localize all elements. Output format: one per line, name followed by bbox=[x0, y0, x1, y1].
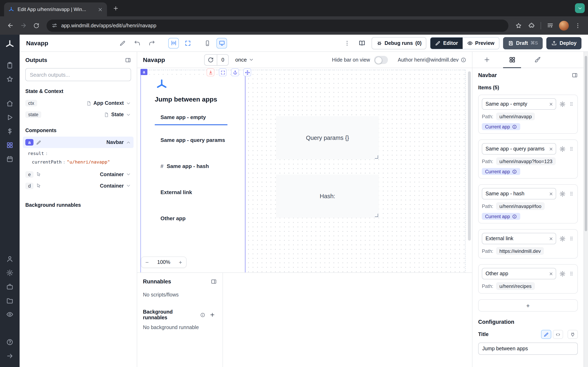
nav-item-query-params[interactable]: Same app - query params bbox=[155, 136, 240, 144]
draft-button[interactable]: Draft ⌘S bbox=[503, 37, 543, 49]
refresh-button[interactable] bbox=[205, 54, 217, 65]
add-item-button[interactable]: + bbox=[478, 299, 578, 312]
panel-icon[interactable] bbox=[572, 72, 578, 78]
mobile-view-button[interactable] bbox=[202, 37, 213, 49]
run-mode-dropdown[interactable]: once bbox=[235, 57, 254, 63]
more-options-button[interactable] bbox=[341, 37, 353, 49]
static-input-button[interactable] bbox=[541, 330, 551, 339]
item-settings-icon[interactable] bbox=[559, 191, 566, 197]
scrollbar-thumb[interactable] bbox=[585, 56, 587, 231]
app-canvas[interactable]: a Jump between apps bbox=[137, 68, 472, 272]
debug-runs-button[interactable]: Debug runs (0) bbox=[371, 37, 426, 49]
panel-icon[interactable] bbox=[211, 278, 217, 285]
chevron-down-icon[interactable] bbox=[126, 183, 131, 189]
remove-item-icon[interactable] bbox=[549, 192, 553, 196]
collapse-rail-icon[interactable] bbox=[6, 352, 13, 360]
info-icon[interactable] bbox=[200, 312, 206, 317]
path-value[interactable]: u/henri/navapp bbox=[496, 113, 535, 120]
media-queue-button[interactable] bbox=[544, 19, 556, 32]
address-bar[interactable]: app.windmill.dev/apps/edit/u/henri/navap… bbox=[47, 19, 508, 32]
info-icon[interactable] bbox=[512, 169, 517, 174]
tab-insert-component[interactable] bbox=[474, 52, 499, 68]
bookmark-button[interactable] bbox=[512, 19, 525, 32]
browser-menu-button[interactable] bbox=[572, 19, 584, 32]
item-label-input[interactable]: Other app bbox=[482, 268, 556, 279]
new-tab-button[interactable] bbox=[110, 3, 121, 13]
query-params-container[interactable]: Query params {} bbox=[276, 116, 379, 159]
back-button[interactable] bbox=[4, 19, 16, 32]
chevron-down-icon[interactable] bbox=[126, 100, 131, 106]
remove-item-icon[interactable] bbox=[549, 236, 553, 241]
reload-button[interactable] bbox=[30, 19, 43, 32]
chevron-up-icon[interactable] bbox=[126, 140, 131, 145]
resize-handle[interactable] bbox=[375, 214, 378, 217]
anchor-component-button[interactable] bbox=[231, 68, 239, 76]
redo-button[interactable] bbox=[146, 37, 158, 49]
info-icon[interactable] bbox=[461, 57, 466, 63]
apps-list-icon[interactable] bbox=[6, 62, 13, 69]
resize-handle[interactable] bbox=[375, 155, 378, 159]
item-label-input[interactable]: Same app - empty bbox=[482, 98, 556, 110]
zoom-out-button[interactable]: − bbox=[145, 259, 149, 266]
drag-handle-icon[interactable] bbox=[569, 146, 574, 152]
favorites-icon[interactable] bbox=[6, 75, 13, 83]
forward-button[interactable] bbox=[17, 19, 29, 32]
fullscreen-canvas-button[interactable] bbox=[182, 37, 194, 49]
variables-icon[interactable] bbox=[6, 128, 13, 135]
windmill-logo[interactable] bbox=[5, 40, 15, 49]
item-label-input[interactable]: Same app - query params bbox=[482, 143, 556, 155]
pencil-icon[interactable] bbox=[36, 140, 41, 145]
folders-icon[interactable] bbox=[6, 297, 13, 304]
path-value[interactable]: u/henri/recipes bbox=[496, 282, 535, 290]
page-scrollbar[interactable] bbox=[584, 52, 588, 367]
add-background-runnable-button[interactable] bbox=[208, 310, 217, 319]
item-settings-icon[interactable] bbox=[559, 271, 566, 277]
info-icon[interactable] bbox=[512, 214, 517, 219]
help-icon[interactable] bbox=[6, 338, 13, 346]
component-a-row[interactable]: a Navbar bbox=[23, 137, 134, 148]
drag-handle-icon[interactable] bbox=[569, 191, 574, 197]
search-outputs-input[interactable] bbox=[25, 68, 131, 81]
resources-icon[interactable] bbox=[6, 142, 13, 149]
tab-search-button[interactable] bbox=[575, 3, 585, 13]
nav-item-hash[interactable]: #Same app - hash bbox=[155, 162, 240, 170]
navbar-component[interactable]: Jump between apps Same app - empty Same … bbox=[140, 75, 245, 272]
hash-container[interactable]: Hash: bbox=[276, 175, 379, 218]
drag-handle-icon[interactable] bbox=[569, 101, 574, 107]
preview-tab[interactable]: Preview bbox=[462, 37, 499, 49]
item-settings-icon[interactable] bbox=[559, 146, 566, 152]
tab-close-icon[interactable] bbox=[98, 7, 103, 12]
remove-item-icon[interactable] bbox=[549, 147, 553, 151]
site-settings-icon[interactable] bbox=[52, 22, 58, 29]
zoom-in-button[interactable]: + bbox=[179, 259, 182, 266]
workers-icon[interactable] bbox=[6, 283, 13, 290]
users-icon[interactable] bbox=[6, 255, 13, 263]
panel-icon[interactable] bbox=[125, 57, 131, 63]
rename-app-button[interactable] bbox=[117, 37, 128, 49]
component-d-row[interactable]: d Container bbox=[25, 180, 131, 192]
component-e-row[interactable]: e Container bbox=[25, 169, 131, 180]
deploy-button[interactable]: Deploy bbox=[546, 37, 581, 49]
json-result-line[interactable]: result: bbox=[28, 149, 131, 158]
center-layout-toggle[interactable] bbox=[168, 38, 179, 48]
move-component-button[interactable] bbox=[243, 68, 251, 76]
audit-logs-icon[interactable] bbox=[6, 311, 13, 318]
tab-styling[interactable] bbox=[525, 52, 550, 68]
docs-button[interactable] bbox=[356, 37, 368, 49]
schedules-icon[interactable] bbox=[6, 155, 13, 163]
path-value[interactable]: u/henri/navapp#foo bbox=[496, 202, 545, 210]
nav-item-external-link[interactable]: External link bbox=[155, 188, 240, 196]
canvas-scrollbar[interactable] bbox=[468, 71, 471, 241]
fill-height-button[interactable] bbox=[207, 68, 214, 76]
expand-component-button[interactable] bbox=[219, 68, 227, 76]
item-label-input[interactable]: Same app - hash bbox=[482, 188, 556, 200]
extensions-button[interactable] bbox=[526, 19, 538, 32]
item-label-input[interactable]: External link bbox=[482, 233, 556, 244]
settings-icon[interactable] bbox=[6, 269, 13, 276]
nav-item-other-app[interactable]: Other app bbox=[155, 214, 240, 222]
remove-item-icon[interactable] bbox=[549, 102, 553, 106]
remove-item-icon[interactable] bbox=[549, 271, 553, 276]
drag-handle-icon[interactable] bbox=[569, 235, 574, 242]
connect-input-button[interactable] bbox=[568, 330, 578, 339]
path-value[interactable]: u/henri/navapp?foo=123 bbox=[496, 157, 556, 165]
